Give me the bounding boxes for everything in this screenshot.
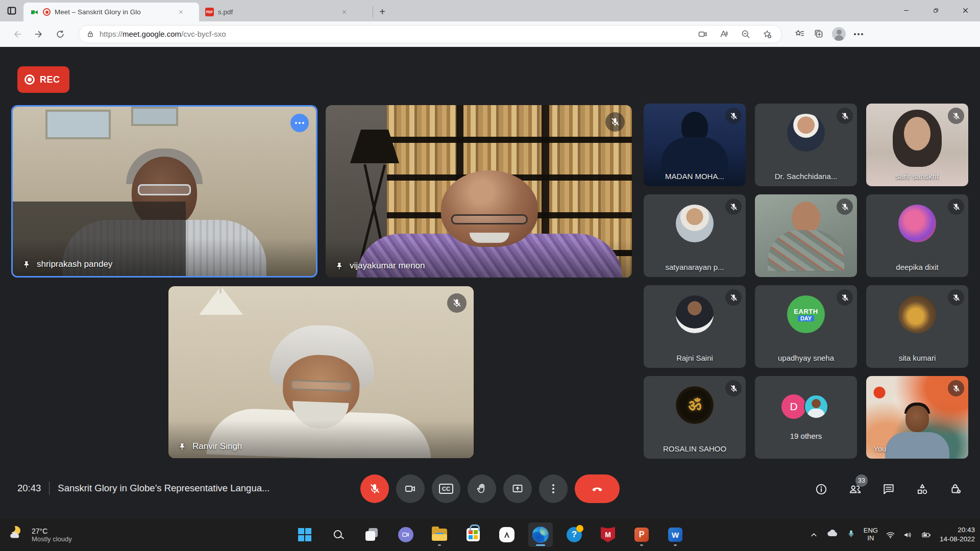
tab-actions-icon[interactable] [0,2,23,20]
forward-button[interactable] [30,25,48,43]
muted-mic-icon [837,289,853,306]
tab-camera-in-use-icon[interactable] [698,29,708,39]
profile-avatar[interactable] [832,27,846,41]
pdf-icon: PDF [205,8,214,16]
search-button[interactable] [326,522,351,547]
people-button[interactable]: 33 [848,483,862,496]
leave-call-button[interactable] [575,474,620,503]
file-explorer-icon[interactable] [427,522,452,547]
captions-button[interactable]: CC [432,474,460,503]
browser-toolbar: https://meet.google.com/cvc-bycf-sxo [0,21,980,47]
participants-count-badge: 33 [855,474,868,487]
volume-icon[interactable] [903,530,913,540]
self-tile[interactable]: You [866,376,968,459]
participant-tile[interactable]: ॐ ROSALIN SAHOO [644,376,746,459]
raise-hand-button[interactable] [468,474,496,503]
muted-mic-icon [725,380,742,396]
help-app-icon[interactable]: ? [562,522,586,547]
tab-close-icon[interactable] [176,8,185,17]
stacked-avatars: D [781,394,830,419]
participant-tile[interactable]: MADAN MOHA... [644,104,746,186]
participant-tile[interactable]: sita kumari [866,285,968,368]
host-controls-button[interactable] [949,483,963,496]
refresh-button[interactable] [51,25,69,43]
wifi-icon[interactable] [886,530,895,540]
system-tray: ENG IN 20:43 14-08-2022 [809,525,975,543]
video-tile-vijayakumar[interactable]: vijayakumar menon [326,105,632,278]
meeting-details-button[interactable] [815,483,828,496]
teams-chat-icon[interactable] [394,522,418,547]
participant-tile[interactable]: Dr. Geeta Shukla [755,194,857,277]
avatar-text: EARTH [794,308,818,315]
clock-widget[interactable]: 20:43 14-08-2022 [940,525,975,543]
pin-icon [178,442,186,451]
others-tile[interactable]: D 19 others [755,376,857,459]
muted-mic-icon [725,108,742,124]
participant-tile[interactable]: satyanarayan p... [644,194,746,277]
restore-button[interactable] [921,0,950,20]
language-code: ENG [864,527,878,535]
help-glyph: ? [567,527,582,542]
participant-nametag: vijayakumar menon [335,261,425,271]
tab-title: s.pdf [218,8,335,16]
video-tile-ranvir[interactable]: Ranvir Singh [168,286,474,458]
tray-time: 20:43 [940,525,975,535]
chat-button[interactable] [882,483,895,496]
muted-mic-icon [447,293,467,313]
microsoft-store-icon[interactable] [461,522,485,547]
google-meet-icon [30,8,39,17]
edge-browser-icon[interactable] [528,522,553,547]
tile-options-button[interactable] [290,114,309,132]
add-favorite-icon[interactable] [762,29,772,39]
task-view-button[interactable] [360,522,384,547]
muted-mic-icon [948,108,964,124]
muted-mic-icon [725,198,742,215]
participant-tile[interactable]: Dr. Sachchidana... [755,104,857,186]
pinned-app-icon[interactable] [495,522,519,547]
participant-name: vijayakumar menon [350,261,425,271]
close-button[interactable] [950,0,980,20]
video-tile-shriprakash[interactable]: shriprakash pandey [11,105,317,278]
participant-tile[interactable]: sarit sanskrit [866,104,968,186]
word-icon[interactable]: W [663,522,688,547]
camera-button[interactable] [396,474,425,503]
onedrive-icon[interactable] [826,528,839,542]
powerpoint-glyph: P [634,528,649,542]
participant-tile[interactable]: Rajni Saini [644,285,746,368]
tray-chevron-icon[interactable] [809,530,819,540]
others-count-label: 19 others [755,432,857,440]
start-button[interactable] [292,522,317,547]
activities-button[interactable] [916,483,929,496]
participant-tile[interactable]: deepika dixit [866,194,968,277]
tray-date: 14-08-2022 [940,535,975,544]
weather-widget[interactable]: 27°C Mostly cloudy [7,526,72,543]
favorites-icon[interactable] [794,29,805,39]
present-button[interactable] [503,474,532,503]
mic-in-use-icon[interactable] [846,529,856,541]
word-glyph: W [668,528,682,542]
lock-icon[interactable] [86,30,94,38]
back-button[interactable] [8,25,27,43]
address-bar[interactable]: https://meet.google.com/cvc-bycf-sxo [79,25,782,43]
avatar: ॐ [676,386,714,424]
url-text[interactable]: https://meet.google.com/cvc-bycf-sxo [100,30,693,38]
minimize-button[interactable] [891,0,921,20]
tab-meet[interactable]: Meet – Sanskrit Glory in Glo [23,3,199,21]
divider [49,482,50,495]
collections-icon[interactable] [813,29,824,39]
new-tab-button[interactable]: + [375,5,389,19]
read-aloud-icon[interactable] [719,29,729,39]
language-indicator[interactable]: ENG IN [864,527,878,542]
powerpoint-icon[interactable]: P [629,522,654,547]
mcafee-icon[interactable]: M [596,522,620,547]
tab-pdf[interactable]: PDF s.pdf [199,3,371,21]
tab-close-icon[interactable] [339,8,349,17]
settings-menu-icon[interactable] [854,33,863,35]
mic-off-button[interactable] [360,474,389,503]
weather-icon [7,526,26,543]
more-options-button[interactable] [539,474,568,503]
weather-temp: 27°C [32,527,72,535]
battery-icon[interactable] [920,530,932,540]
zoom-out-icon[interactable] [741,29,751,39]
participant-tile[interactable]: EARTH DAY upadhyay sneha [755,285,857,368]
